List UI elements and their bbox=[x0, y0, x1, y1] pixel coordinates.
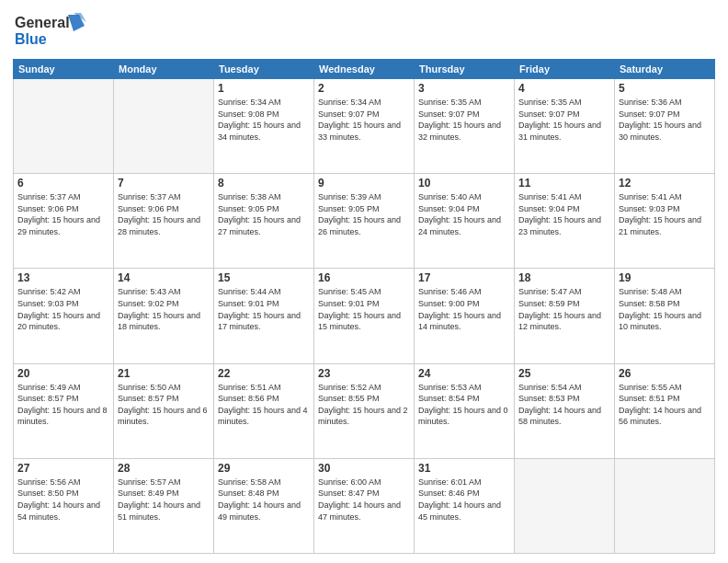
calendar-cell: 10Sunrise: 5:40 AM Sunset: 9:04 PM Dayli… bbox=[415, 174, 515, 269]
calendar-cell: 8Sunrise: 5:38 AM Sunset: 9:05 PM Daylig… bbox=[214, 174, 314, 269]
day-number: 15 bbox=[218, 271, 310, 284]
week-row-4: 20Sunrise: 5:49 AM Sunset: 8:57 PM Dayli… bbox=[14, 363, 715, 458]
cell-details: Sunrise: 5:36 AM Sunset: 9:07 PM Dayligh… bbox=[619, 97, 711, 143]
cell-details: Sunrise: 5:37 AM Sunset: 9:06 PM Dayligh… bbox=[17, 191, 109, 237]
day-number: 28 bbox=[118, 462, 210, 475]
cell-details: Sunrise: 5:39 AM Sunset: 9:05 PM Dayligh… bbox=[318, 191, 410, 237]
cell-details: Sunrise: 5:42 AM Sunset: 9:03 PM Dayligh… bbox=[17, 286, 109, 332]
weekday-sunday: Sunday bbox=[14, 60, 114, 79]
day-number: 21 bbox=[118, 367, 210, 380]
weekday-tuesday: Tuesday bbox=[214, 60, 314, 79]
cell-details: Sunrise: 5:49 AM Sunset: 8:57 PM Dayligh… bbox=[17, 382, 109, 428]
calendar-cell: 15Sunrise: 5:44 AM Sunset: 9:01 PM Dayli… bbox=[214, 269, 314, 363]
cell-details: Sunrise: 5:52 AM Sunset: 8:55 PM Dayligh… bbox=[318, 382, 410, 428]
day-number: 7 bbox=[118, 177, 210, 190]
cell-details: Sunrise: 5:34 AM Sunset: 9:07 PM Dayligh… bbox=[318, 97, 410, 143]
day-number: 29 bbox=[218, 462, 310, 475]
cell-details: Sunrise: 5:50 AM Sunset: 8:57 PM Dayligh… bbox=[118, 382, 210, 428]
cell-details: Sunrise: 5:41 AM Sunset: 9:03 PM Dayligh… bbox=[619, 191, 711, 237]
calendar-cell: 2Sunrise: 5:34 AM Sunset: 9:07 PM Daylig… bbox=[314, 79, 415, 174]
day-number: 16 bbox=[318, 271, 410, 284]
day-number: 6 bbox=[17, 177, 109, 190]
calendar-cell bbox=[14, 79, 114, 174]
calendar-cell: 4Sunrise: 5:35 AM Sunset: 9:07 PM Daylig… bbox=[515, 79, 615, 174]
cell-details: Sunrise: 6:00 AM Sunset: 8:47 PM Dayligh… bbox=[318, 477, 410, 523]
calendar-cell: 11Sunrise: 5:41 AM Sunset: 9:04 PM Dayli… bbox=[515, 174, 615, 269]
calendar-cell: 27Sunrise: 5:56 AM Sunset: 8:50 PM Dayli… bbox=[14, 458, 114, 553]
calendar-cell: 18Sunrise: 5:47 AM Sunset: 8:59 PM Dayli… bbox=[515, 269, 615, 363]
svg-text:General: General bbox=[15, 15, 70, 30]
day-number: 22 bbox=[218, 367, 310, 380]
calendar-cell: 23Sunrise: 5:52 AM Sunset: 8:55 PM Dayli… bbox=[314, 363, 415, 458]
calendar-cell: 6Sunrise: 5:37 AM Sunset: 9:06 PM Daylig… bbox=[14, 174, 114, 269]
day-number: 25 bbox=[518, 367, 610, 380]
day-number: 18 bbox=[518, 271, 610, 284]
week-row-5: 27Sunrise: 5:56 AM Sunset: 8:50 PM Dayli… bbox=[14, 458, 715, 553]
cell-details: Sunrise: 5:53 AM Sunset: 8:54 PM Dayligh… bbox=[418, 382, 510, 428]
day-number: 2 bbox=[318, 82, 410, 95]
cell-details: Sunrise: 5:58 AM Sunset: 8:48 PM Dayligh… bbox=[218, 477, 310, 523]
cell-details: Sunrise: 5:34 AM Sunset: 9:08 PM Dayligh… bbox=[218, 97, 310, 143]
calendar-cell: 31Sunrise: 6:01 AM Sunset: 8:46 PM Dayli… bbox=[415, 458, 515, 553]
cell-details: Sunrise: 5:38 AM Sunset: 9:05 PM Dayligh… bbox=[218, 191, 310, 237]
svg-text:Blue: Blue bbox=[15, 31, 47, 47]
cell-details: Sunrise: 6:01 AM Sunset: 8:46 PM Dayligh… bbox=[418, 477, 510, 523]
day-number: 4 bbox=[518, 82, 610, 95]
day-number: 23 bbox=[318, 367, 410, 380]
calendar-cell: 9Sunrise: 5:39 AM Sunset: 9:05 PM Daylig… bbox=[314, 174, 415, 269]
calendar-cell: 22Sunrise: 5:51 AM Sunset: 8:56 PM Dayli… bbox=[214, 363, 314, 458]
cell-details: Sunrise: 5:51 AM Sunset: 8:56 PM Dayligh… bbox=[218, 382, 310, 428]
calendar-cell: 24Sunrise: 5:53 AM Sunset: 8:54 PM Dayli… bbox=[415, 363, 515, 458]
cell-details: Sunrise: 5:41 AM Sunset: 9:04 PM Dayligh… bbox=[518, 191, 610, 237]
calendar-cell: 17Sunrise: 5:46 AM Sunset: 9:00 PM Dayli… bbox=[415, 269, 515, 363]
calendar-cell: 1Sunrise: 5:34 AM Sunset: 9:08 PM Daylig… bbox=[214, 79, 314, 174]
weekday-friday: Friday bbox=[515, 60, 615, 79]
calendar-cell: 7Sunrise: 5:37 AM Sunset: 9:06 PM Daylig… bbox=[114, 174, 214, 269]
day-number: 12 bbox=[619, 177, 711, 190]
cell-details: Sunrise: 5:35 AM Sunset: 9:07 PM Dayligh… bbox=[418, 97, 510, 143]
day-number: 30 bbox=[318, 462, 410, 475]
cell-details: Sunrise: 5:40 AM Sunset: 9:04 PM Dayligh… bbox=[418, 191, 510, 237]
day-number: 5 bbox=[619, 82, 711, 95]
cell-details: Sunrise: 5:57 AM Sunset: 8:49 PM Dayligh… bbox=[118, 477, 210, 523]
calendar-cell: 5Sunrise: 5:36 AM Sunset: 9:07 PM Daylig… bbox=[615, 79, 715, 174]
page: General Blue SundayMondayTuesdayWednesda… bbox=[0, 0, 728, 563]
week-row-2: 6Sunrise: 5:37 AM Sunset: 9:06 PM Daylig… bbox=[14, 174, 715, 269]
calendar-cell: 29Sunrise: 5:58 AM Sunset: 8:48 PM Dayli… bbox=[214, 458, 314, 553]
day-number: 9 bbox=[318, 177, 410, 190]
calendar-cell: 21Sunrise: 5:50 AM Sunset: 8:57 PM Dayli… bbox=[114, 363, 214, 458]
calendar-cell: 28Sunrise: 5:57 AM Sunset: 8:49 PM Dayli… bbox=[114, 458, 214, 553]
calendar-cell: 26Sunrise: 5:55 AM Sunset: 8:51 PM Dayli… bbox=[615, 363, 715, 458]
calendar-cell: 12Sunrise: 5:41 AM Sunset: 9:03 PM Dayli… bbox=[615, 174, 715, 269]
calendar-cell: 16Sunrise: 5:45 AM Sunset: 9:01 PM Dayli… bbox=[314, 269, 415, 363]
day-number: 3 bbox=[418, 82, 510, 95]
logo: General Blue bbox=[13, 9, 96, 53]
cell-details: Sunrise: 5:44 AM Sunset: 9:01 PM Dayligh… bbox=[218, 286, 310, 332]
cell-details: Sunrise: 5:48 AM Sunset: 8:58 PM Dayligh… bbox=[619, 286, 711, 332]
day-number: 8 bbox=[218, 177, 310, 190]
weekday-thursday: Thursday bbox=[415, 60, 515, 79]
weekday-monday: Monday bbox=[114, 60, 214, 79]
cell-details: Sunrise: 5:43 AM Sunset: 9:02 PM Dayligh… bbox=[118, 286, 210, 332]
weekday-header-row: SundayMondayTuesdayWednesdayThursdayFrid… bbox=[14, 60, 715, 79]
weekday-wednesday: Wednesday bbox=[314, 60, 415, 79]
cell-details: Sunrise: 5:55 AM Sunset: 8:51 PM Dayligh… bbox=[619, 382, 711, 428]
cell-details: Sunrise: 5:45 AM Sunset: 9:01 PM Dayligh… bbox=[318, 286, 410, 332]
day-number: 11 bbox=[518, 177, 610, 190]
calendar-cell bbox=[515, 458, 615, 553]
day-number: 20 bbox=[17, 367, 109, 380]
cell-details: Sunrise: 5:54 AM Sunset: 8:53 PM Dayligh… bbox=[518, 382, 610, 428]
week-row-1: 1Sunrise: 5:34 AM Sunset: 9:08 PM Daylig… bbox=[14, 79, 715, 174]
cell-details: Sunrise: 5:56 AM Sunset: 8:50 PM Dayligh… bbox=[17, 477, 109, 523]
calendar-cell: 30Sunrise: 6:00 AM Sunset: 8:47 PM Dayli… bbox=[314, 458, 415, 553]
calendar-cell: 3Sunrise: 5:35 AM Sunset: 9:07 PM Daylig… bbox=[415, 79, 515, 174]
header: General Blue bbox=[13, 9, 715, 53]
week-row-3: 13Sunrise: 5:42 AM Sunset: 9:03 PM Dayli… bbox=[14, 269, 715, 363]
day-number: 26 bbox=[619, 367, 711, 380]
calendar-cell: 13Sunrise: 5:42 AM Sunset: 9:03 PM Dayli… bbox=[14, 269, 114, 363]
calendar-cell: 25Sunrise: 5:54 AM Sunset: 8:53 PM Dayli… bbox=[515, 363, 615, 458]
cell-details: Sunrise: 5:47 AM Sunset: 8:59 PM Dayligh… bbox=[518, 286, 610, 332]
calendar-cell: 14Sunrise: 5:43 AM Sunset: 9:02 PM Dayli… bbox=[114, 269, 214, 363]
day-number: 10 bbox=[418, 177, 510, 190]
day-number: 31 bbox=[418, 462, 510, 475]
